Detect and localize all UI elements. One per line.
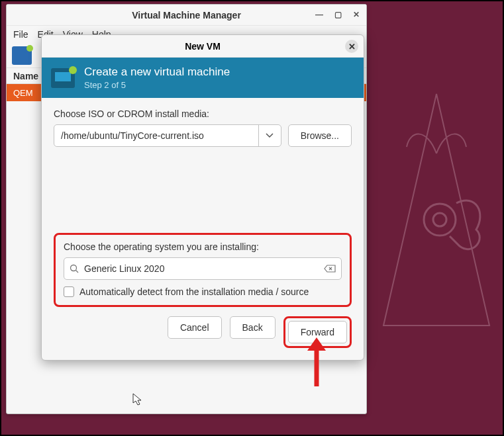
- forward-highlight: Forward: [283, 316, 352, 348]
- cancel-button[interactable]: Cancel: [168, 316, 222, 339]
- close-button[interactable]: ✕: [350, 9, 362, 21]
- svg-point-1: [433, 213, 446, 226]
- desktop-wallpaper-art: [370, 74, 503, 339]
- close-icon[interactable]: ✕: [345, 40, 358, 53]
- svg-point-0: [424, 204, 456, 236]
- autodetect-label: Automatically detect from the installati…: [79, 286, 309, 297]
- dialog-title: New VM: [185, 41, 221, 52]
- chevron-down-icon[interactable]: [258, 125, 281, 146]
- os-search-field[interactable]: [64, 257, 342, 280]
- banner-step: Step 2 of 5: [84, 80, 230, 90]
- window-title: Virtual Machine Manager: [132, 10, 241, 21]
- monitor-icon: [51, 68, 75, 88]
- dialog-titlebar: New VM ✕: [42, 35, 364, 58]
- new-vm-icon[interactable]: [12, 46, 32, 65]
- os-selection-highlight: Choose the operating system you are inst…: [54, 233, 352, 307]
- svg-point-2: [71, 265, 77, 271]
- autodetect-checkbox[interactable]: [64, 286, 74, 297]
- iso-label: Choose ISO or CDROM install media:: [54, 109, 352, 119]
- os-search-input[interactable]: [84, 263, 319, 274]
- banner-title: Create a new virtual machine: [84, 65, 230, 79]
- window-titlebar: Virtual Machine Manager — ▢ ✕: [7, 5, 366, 26]
- iso-path-combo[interactable]: /home/ubuntu/TinyCore-current.iso: [54, 124, 281, 147]
- search-icon: [70, 264, 79, 273]
- menu-file[interactable]: File: [13, 29, 28, 40]
- forward-button[interactable]: Forward: [288, 321, 347, 343]
- minimize-button[interactable]: —: [313, 9, 325, 21]
- browse-button[interactable]: Browse...: [288, 124, 352, 147]
- maximize-button[interactable]: ▢: [332, 9, 344, 21]
- os-label: Choose the operating system you are inst…: [64, 241, 342, 252]
- back-button[interactable]: Back: [230, 316, 276, 339]
- new-vm-dialog: New VM ✕ Create a new virtual machine St…: [41, 34, 364, 361]
- wizard-banner: Create a new virtual machine Step 2 of 5: [42, 58, 364, 98]
- backspace-icon[interactable]: [324, 265, 336, 273]
- iso-path-value: /home/ubuntu/TinyCore-current.iso: [54, 125, 258, 146]
- svg-line-3: [76, 271, 79, 273]
